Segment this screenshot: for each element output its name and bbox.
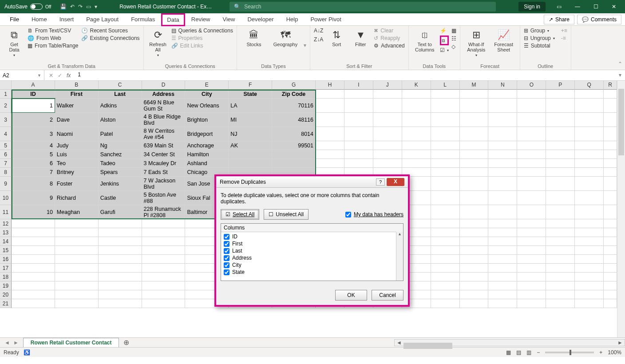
cell[interactable] [517, 90, 546, 99]
column-checkbox-id[interactable]: ID [224, 233, 400, 240]
cell[interactable]: 1 [12, 99, 55, 113]
cell[interactable] [488, 219, 517, 228]
cell[interactable] [460, 255, 489, 264]
whatif-button[interactable]: ⊞What-If Analysis▾ [464, 28, 489, 59]
cell[interactable] [575, 273, 604, 281]
cell[interactable] [344, 99, 373, 113]
select-all-corner[interactable] [0, 81, 12, 90]
expand-formula-icon[interactable]: ▾ [615, 70, 625, 80]
cell[interactable] [55, 299, 99, 308]
cell[interactable] [546, 246, 575, 255]
cell[interactable] [488, 237, 517, 246]
cell[interactable] [402, 113, 431, 127]
col-header-J[interactable]: J [373, 81, 402, 90]
cell[interactable]: MI [229, 113, 272, 127]
cell[interactable] [431, 205, 460, 219]
cell[interactable]: 8 W Cerritos Ave #54 [142, 127, 186, 141]
cell[interactable] [431, 246, 460, 255]
tab-insert[interactable]: Insert [53, 13, 80, 25]
cell[interactable] [517, 228, 546, 237]
close-window-icon[interactable]: ✕ [609, 4, 618, 10]
subtotal-button[interactable]: ☰Subtotal [524, 43, 555, 49]
cell[interactable] [12, 246, 55, 255]
cell[interactable] [517, 159, 546, 168]
cell[interactable] [517, 127, 546, 141]
cell[interactable] [55, 255, 99, 264]
cell[interactable] [546, 177, 575, 191]
cell[interactable] [12, 273, 55, 281]
cell[interactable] [55, 290, 99, 299]
formula-input[interactable]: 1 [75, 70, 615, 80]
cell[interactable] [575, 191, 604, 205]
data-validation-button[interactable]: ☑▾ [440, 47, 449, 53]
cell[interactable] [99, 228, 142, 237]
cell[interactable] [575, 219, 604, 228]
cell[interactable] [431, 150, 460, 159]
existing-connections-button[interactable]: 🔗Existing Connections [81, 35, 140, 41]
column-headers[interactable]: ABCDEFGHIJKLMNOPQR [12, 81, 617, 90]
cell[interactable] [546, 127, 575, 141]
consolidate-button[interactable]: ▦ [451, 28, 456, 34]
text-to-columns-button[interactable]: ⎅Text to Columns [412, 28, 437, 54]
row-headers[interactable]: 123456789101112131415161718192021 [0, 90, 12, 308]
cell[interactable] [604, 168, 617, 177]
remove-duplicates-button[interactable]: ⧈ [440, 36, 449, 45]
cell[interactable] [460, 246, 489, 255]
cell[interactable]: Last [99, 90, 142, 99]
cell[interactable]: Brighton [185, 113, 229, 127]
cell[interactable]: Teo [55, 159, 99, 168]
collapse-ribbon-icon[interactable]: ⌃ [618, 61, 622, 67]
cell[interactable] [12, 264, 55, 273]
cell[interactable]: Jenkins [99, 177, 142, 191]
cell[interactable] [344, 150, 373, 159]
cell[interactable] [575, 290, 604, 299]
cell[interactable] [460, 168, 489, 177]
cell[interactable] [488, 246, 517, 255]
cell[interactable] [517, 264, 546, 273]
cell[interactable] [488, 290, 517, 299]
cell[interactable] [460, 90, 489, 99]
cell[interactable] [488, 127, 517, 141]
tab-power-pivot[interactable]: Power Pivot [304, 13, 347, 25]
cell[interactable] [344, 113, 373, 127]
cell[interactable] [55, 219, 99, 228]
normal-view-icon[interactable]: ▦ [506, 349, 511, 356]
cell[interactable] [488, 113, 517, 127]
cell[interactable]: Ng [99, 141, 142, 150]
cell[interactable] [517, 273, 546, 281]
col-header-K[interactable]: K [402, 81, 431, 90]
cell[interactable] [488, 168, 517, 177]
cell[interactable] [460, 113, 489, 127]
cell[interactable]: 34 Center St [142, 150, 186, 159]
cell[interactable] [12, 255, 55, 264]
cell[interactable]: 8014 [272, 127, 316, 141]
cell[interactable] [546, 141, 575, 150]
cell[interactable] [142, 299, 186, 308]
cell[interactable]: Sanchez [99, 150, 142, 159]
cell[interactable] [431, 177, 460, 191]
cell[interactable] [12, 219, 55, 228]
search-box[interactable]: 🔍 Search [229, 2, 496, 12]
cell[interactable] [431, 127, 460, 141]
cell[interactable] [575, 281, 604, 290]
cell[interactable]: Luis [55, 150, 99, 159]
cell[interactable] [12, 299, 55, 308]
cell[interactable]: 3 [12, 127, 55, 141]
zoom-in-icon[interactable]: + [599, 349, 602, 356]
cell[interactable] [517, 113, 546, 127]
cell[interactable]: 228 Runamuck Pl #2808 [142, 205, 186, 219]
cell[interactable] [575, 150, 604, 159]
cell[interactable] [373, 127, 402, 141]
cell[interactable] [575, 255, 604, 264]
cancel-formula-icon[interactable]: ✕ [49, 72, 53, 79]
cell[interactable] [12, 290, 55, 299]
tab-page-layout[interactable]: Page Layout [80, 13, 125, 25]
cell[interactable]: 4 [12, 141, 55, 150]
cell[interactable] [604, 237, 617, 246]
tab-help[interactable]: Help [280, 13, 305, 25]
cell[interactable] [604, 281, 617, 290]
cell[interactable] [604, 255, 617, 264]
cell[interactable] [575, 168, 604, 177]
cell[interactable] [373, 99, 402, 113]
cell[interactable]: Garufi [99, 205, 142, 219]
